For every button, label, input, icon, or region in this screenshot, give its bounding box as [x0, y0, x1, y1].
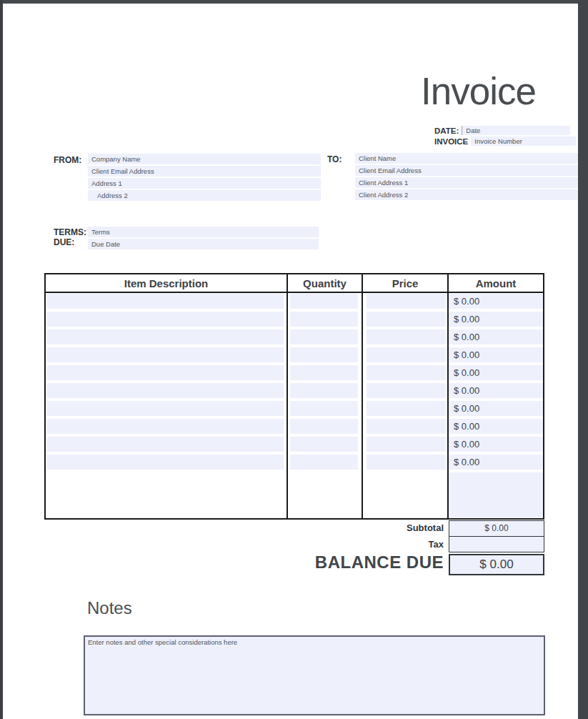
quantity-input[interactable]: [290, 347, 358, 362]
item-description-input[interactable]: [47, 383, 284, 398]
amount-value: $ 0.00: [449, 347, 543, 362]
item-description-input[interactable]: [47, 347, 284, 362]
tax-label: Tax: [429, 539, 444, 550]
window-frame-right: [578, 0, 588, 719]
balance-due-label: BALANCE DUE: [315, 552, 444, 572]
price-input[interactable]: [367, 419, 446, 434]
price-input[interactable]: [367, 401, 446, 416]
from-address2-input[interactable]: [88, 190, 321, 201]
quantity-input[interactable]: [290, 312, 358, 327]
amount-column-filler: [449, 472, 543, 517]
amount-value: $ 0.00: [449, 455, 543, 470]
item-description-input[interactable]: [47, 401, 284, 416]
price-input[interactable]: [367, 455, 446, 470]
to-label: TO:: [327, 154, 342, 164]
quantity-input[interactable]: [290, 419, 358, 434]
due-label: DUE:: [54, 237, 74, 247]
price-input[interactable]: [367, 329, 446, 344]
col-header-quantity: Quantity: [288, 274, 363, 293]
subtotal-label: Subtotal: [407, 522, 444, 533]
to-email-input[interactable]: [355, 165, 580, 176]
amount-value: $ 0.00: [449, 294, 543, 309]
window-frame-top: [0, 0, 588, 4]
quantity-input[interactable]: [290, 365, 358, 380]
balance-due-value-box: $ 0.00: [449, 554, 544, 575]
invoice-number-row: INVOICE: [434, 137, 576, 146]
item-description-input[interactable]: [47, 419, 284, 434]
amount-value: $ 0.00: [449, 437, 543, 452]
from-email-input[interactable]: [88, 166, 321, 177]
amount-value: $ 0.00: [449, 419, 543, 434]
due-date-input[interactable]: [88, 239, 319, 249]
to-address1-input[interactable]: [355, 177, 580, 188]
terms-fields: [88, 227, 319, 251]
item-description-input[interactable]: [47, 294, 284, 309]
table-row: [46, 311, 288, 329]
table-row: [46, 347, 288, 365]
quantity-input[interactable]: [290, 437, 358, 452]
table-row: [46, 382, 288, 400]
price-input[interactable]: [367, 365, 446, 380]
quantity-input[interactable]: [290, 383, 358, 398]
from-company-name-input[interactable]: [88, 154, 321, 164]
price-input[interactable]: [367, 383, 446, 398]
from-fields: [88, 154, 321, 202]
quantity-input[interactable]: [290, 401, 358, 416]
invoice-number-label: INVOICE: [434, 137, 468, 146]
item-description-input[interactable]: [47, 365, 284, 380]
line-items-table: Item Description Quantity Price Amount $…: [44, 273, 544, 520]
price-input[interactable]: [367, 312, 446, 327]
price-input[interactable]: [367, 437, 446, 452]
table-row: [46, 418, 288, 436]
date-label: DATE:: [434, 127, 459, 135]
table-row: [46, 293, 288, 311]
amount-value: $ 0.00: [449, 312, 543, 327]
date-input[interactable]: [462, 126, 570, 135]
from-address1-input[interactable]: [88, 178, 321, 189]
to-fields: [355, 153, 580, 202]
table-row: [46, 436, 288, 454]
quantity-input[interactable]: [290, 294, 358, 309]
amount-value: $ 0.00: [449, 329, 543, 344]
invoice-number-input[interactable]: [471, 137, 576, 146]
col-header-price: Price: [363, 274, 449, 293]
quantity-input[interactable]: [290, 329, 358, 344]
table-row: [46, 329, 288, 347]
item-description-input[interactable]: [47, 329, 284, 344]
terms-input[interactable]: [88, 227, 319, 237]
invoice-template-page: Invoice DATE: INVOICE FROM: TO: TERMS: D…: [0, 0, 588, 719]
to-address2-input[interactable]: [355, 189, 580, 200]
col-header-item-description: Item Description: [46, 274, 288, 293]
price-input[interactable]: [367, 347, 446, 362]
subtotal-value-box: $ 0.00: [449, 520, 544, 537]
table-row: [46, 400, 288, 418]
price-input[interactable]: [367, 294, 446, 309]
window-frame-left: [0, 0, 3, 719]
item-description-input[interactable]: [47, 437, 284, 452]
table-row: [46, 454, 288, 472]
notes-textarea[interactable]: [84, 635, 545, 715]
item-description-input[interactable]: [47, 455, 284, 470]
amount-value: $ 0.00: [449, 401, 543, 416]
quantity-input[interactable]: [290, 455, 358, 470]
amount-value: $ 0.00: [449, 383, 543, 398]
col-header-amount: Amount: [449, 274, 543, 293]
table-filler: [46, 472, 288, 518]
notes-heading: Notes: [87, 598, 132, 618]
table-row: [46, 365, 288, 382]
terms-label: TERMS:: [54, 227, 86, 237]
date-row: DATE:: [434, 126, 570, 135]
tax-input-box[interactable]: [449, 536, 544, 552]
from-label: FROM:: [54, 155, 81, 165]
page-title: Invoice: [421, 71, 536, 112]
to-client-name-input[interactable]: [355, 153, 580, 164]
amount-value: $ 0.00: [449, 365, 543, 380]
item-description-input[interactable]: [47, 312, 284, 327]
